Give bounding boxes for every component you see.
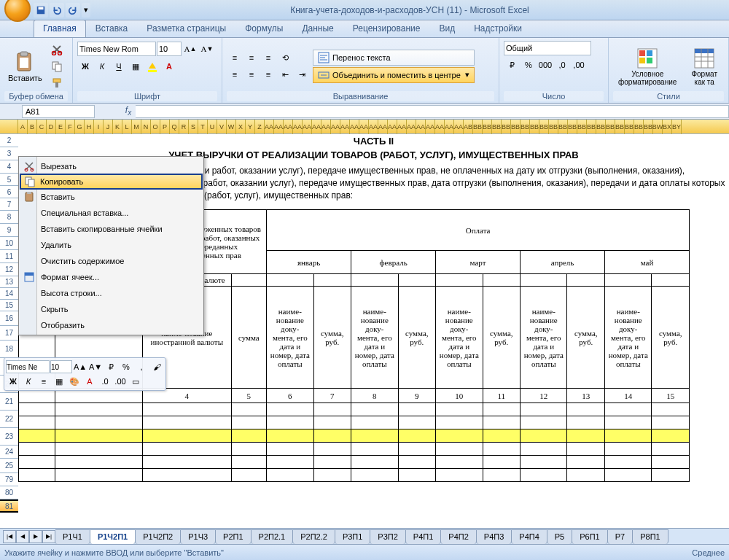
column-header[interactable]: E [56, 120, 66, 134]
column-header[interactable]: BY [672, 120, 682, 134]
column-header[interactable]: AA [426, 120, 435, 134]
mini-comma-icon[interactable]: , [134, 359, 149, 374]
mini-italic-icon[interactable]: К [21, 374, 36, 389]
row-header[interactable]: 3 [0, 147, 18, 160]
mini-shrink-font-icon[interactable]: A▼ [88, 359, 103, 374]
row-header[interactable]: 2 [0, 134, 18, 147]
font-color-icon[interactable]: A [161, 58, 177, 74]
column-header[interactable]: AA [340, 120, 350, 134]
copy-icon[interactable] [49, 58, 65, 74]
row-header[interactable]: 7 [0, 198, 18, 211]
column-header[interactable]: R [179, 120, 189, 134]
decrease-indent-icon[interactable]: ⇤ [277, 66, 293, 82]
row-header[interactable]: 80 [0, 486, 18, 499]
row-header[interactable]: 10 [0, 237, 18, 250]
mini-font-size[interactable] [50, 360, 72, 373]
selected-row[interactable] [19, 429, 690, 443]
column-header[interactable]: AA [274, 120, 284, 134]
increase-indent-icon[interactable]: ⇥ [294, 66, 310, 82]
save-icon[interactable] [34, 3, 48, 18]
ctx-copy[interactable]: Копировать [20, 174, 203, 190]
column-header[interactable]: D [47, 120, 56, 134]
cut-icon[interactable] [49, 42, 65, 58]
column-header[interactable]: BB [511, 120, 521, 134]
row-header[interactable]: 4 [0, 160, 18, 174]
column-header[interactable]: AA [435, 120, 445, 134]
column-header[interactable]: AA [407, 120, 416, 134]
column-header[interactable]: BB [568, 120, 577, 134]
merge-center-button[interactable]: Объединить и поместить в центре▾ [313, 67, 475, 83]
column-header[interactable]: BB [606, 120, 615, 134]
mini-font-name[interactable] [6, 360, 50, 373]
row-header[interactable]: 12 [0, 263, 18, 276]
bold-icon[interactable]: Ж [77, 58, 93, 74]
font-name-select[interactable] [77, 42, 156, 56]
row-header[interactable]: 22 [0, 411, 18, 428]
tab-home[interactable]: Главная [34, 20, 86, 37]
grow-font-icon[interactable]: A▲ [182, 41, 198, 57]
mini-grow-font-icon[interactable]: A▲ [73, 359, 87, 374]
column-header[interactable]: BB [577, 120, 587, 134]
sheet-tab[interactable]: Р7 [607, 529, 633, 544]
ctx-hide[interactable]: Скрыть [20, 301, 202, 317]
percent-icon[interactable]: % [521, 57, 537, 73]
column-header[interactable]: BB [492, 120, 502, 134]
ctx-delete[interactable]: Удалить [20, 237, 202, 253]
column-header[interactable]: H [85, 120, 94, 134]
redo-icon[interactable] [66, 3, 80, 18]
tab-addins[interactable]: Надстройки [464, 20, 531, 37]
align-middle-icon[interactable]: ≡ [243, 50, 260, 66]
sheet-tab[interactable]: Р3П2 [370, 529, 405, 544]
tab-nav-last-icon[interactable]: ▶| [42, 530, 55, 543]
sheet-tab[interactable]: Р2П2.2 [292, 529, 335, 544]
column-header[interactable]: AA [445, 120, 454, 134]
undo-icon[interactable] [50, 3, 64, 18]
mini-bold-icon[interactable]: Ж [6, 374, 20, 389]
ctx-clear[interactable]: Очистить содержимое [20, 253, 202, 269]
sheet-tab[interactable]: Р1Ч1 [55, 529, 90, 544]
sheet-tab[interactable]: Р4П4 [511, 529, 547, 544]
column-header[interactable]: P [160, 120, 170, 134]
column-header[interactable]: C [37, 120, 47, 134]
tab-data[interactable]: Данные [292, 20, 343, 37]
column-header[interactable]: BB [539, 120, 549, 134]
tab-review[interactable]: Рецензирование [343, 20, 430, 37]
column-header[interactable]: BX [663, 120, 672, 134]
column-header[interactable]: X [236, 120, 246, 134]
column-header[interactable]: N [141, 120, 151, 134]
column-header[interactable]: AA [293, 120, 303, 134]
column-header[interactable]: BB [558, 120, 568, 134]
increase-decimal-icon[interactable]: ,0 [554, 57, 570, 73]
mini-merge-icon[interactable]: ▭ [128, 374, 143, 389]
sheet-tab[interactable]: Р4П1 [405, 529, 441, 544]
decrease-decimal-icon[interactable]: ,00 [571, 57, 587, 73]
column-header[interactable]: AA [312, 120, 321, 134]
align-left-icon[interactable]: ≡ [227, 66, 243, 82]
column-header[interactable]: BB [549, 120, 558, 134]
shrink-font-icon[interactable]: A▼ [199, 41, 215, 57]
column-header[interactable]: S [189, 120, 198, 134]
conditional-formatting-button[interactable]: Условное форматирование [613, 44, 682, 88]
sheet-tab[interactable]: Р2П2.1 [251, 529, 294, 544]
column-headers[interactable]: ABCDEFGHIJKLMNOPQRSTUVWXYZAAAAAAAAAAAAAA… [0, 120, 729, 134]
qat-dropdown-icon[interactable]: ▾ [82, 3, 90, 18]
column-header[interactable]: BB [625, 120, 634, 134]
column-header[interactable]: AB [464, 120, 473, 134]
tab-nav-first-icon[interactable]: |◀ [3, 530, 16, 543]
column-header[interactable]: BB [615, 120, 625, 134]
italic-icon[interactable]: К [94, 58, 110, 74]
orientation-icon[interactable]: ⟲ [277, 50, 293, 66]
mini-currency-icon[interactable]: ₽ [104, 359, 118, 374]
column-header[interactable]: B [28, 120, 37, 134]
column-header[interactable]: W [227, 120, 236, 134]
column-header[interactable]: BB [596, 120, 606, 134]
sheet-tab[interactable]: Р3П1 [335, 529, 370, 544]
format-as-table-button[interactable]: Формат как та [685, 44, 724, 88]
column-header[interactable]: F [66, 120, 75, 134]
row-header[interactable]: 18 [0, 341, 18, 358]
column-header[interactable]: V [217, 120, 227, 134]
sheet-tab[interactable]: Р6П1 [572, 529, 607, 544]
column-header[interactable]: AA [397, 120, 407, 134]
sheet-tab[interactable]: Р1Ч2П2 [135, 529, 181, 544]
column-header[interactable]: Y [246, 120, 255, 134]
